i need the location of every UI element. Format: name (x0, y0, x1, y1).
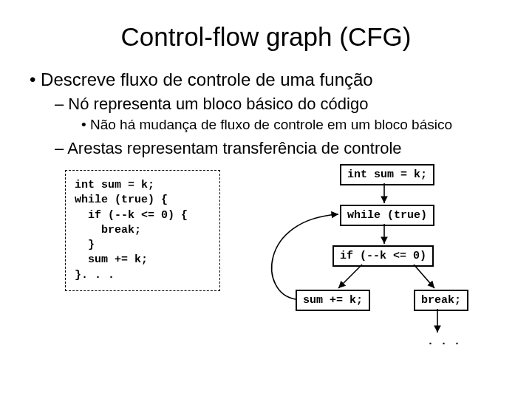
bullet-level3-nochange: Não há mudança de fluxo de controle em u… (81, 117, 510, 133)
cfg-node-dots: . . . (427, 335, 460, 348)
cfg-diagram: int sum = k; while (true) { if (--k <= 0… (22, 164, 510, 364)
bullet-level2-edges: Arestas representam transferência de con… (55, 139, 510, 158)
cfg-node-if: if (--k <= 0) (332, 245, 434, 267)
svg-line-3 (414, 265, 434, 288)
cfg-node-init: int sum = k; (340, 164, 434, 185)
cfg-node-sum: sum += k; (296, 290, 370, 311)
bullet-level2-node: Nó representa um bloco básico do código (55, 95, 510, 114)
cfg-node-break: break; (414, 290, 468, 311)
svg-line-2 (338, 265, 362, 288)
source-code-box: int sum = k; while (true) { if (--k <= 0… (65, 170, 220, 291)
bullet-level1: Descreve fluxo de controle de uma função (30, 69, 510, 90)
cfg-node-while: while (true) (340, 205, 434, 226)
slide-title: Control-flow graph (CFG) (22, 22, 510, 52)
